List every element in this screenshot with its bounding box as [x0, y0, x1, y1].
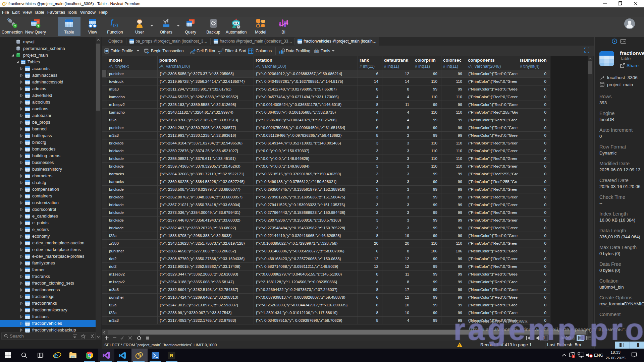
- svg-text:R: R: [170, 353, 173, 358]
- svg-text:(x): (x): [113, 22, 118, 27]
- svg-text:e: e: [54, 352, 58, 359]
